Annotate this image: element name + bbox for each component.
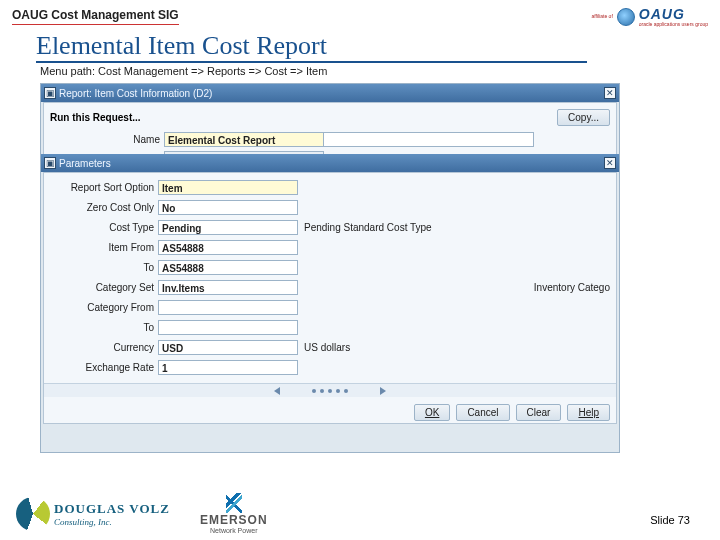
douglas-volz-logo: DOUGLAS VOLZ Consulting, Inc.	[16, 497, 170, 531]
zero-field[interactable]: No	[158, 200, 298, 215]
currency-label: Currency	[44, 342, 154, 353]
catfrom-field[interactable]	[158, 300, 298, 315]
close-icon[interactable]: ✕	[604, 87, 616, 99]
sort-field[interactable]: Item	[158, 180, 298, 195]
window1-titlebar: ▣ Report: Item Cost Information (D2) ✕	[41, 84, 619, 102]
window1-title: Report: Item Cost Information (D2)	[59, 88, 212, 99]
sort-label: Report Sort Option	[44, 182, 154, 193]
clear-button[interactable]: Clear	[516, 404, 562, 421]
window2-title: Parameters	[59, 158, 111, 169]
oaug-logo-sub: oracle applications users group	[639, 22, 708, 27]
name-desc-field	[324, 132, 534, 147]
close-icon[interactable]: ✕	[604, 157, 616, 169]
scroll-left-icon[interactable]	[274, 387, 280, 395]
menu-path: Menu path: Cost Management => Reports =>…	[36, 63, 684, 83]
copy-button[interactable]: Copy...	[557, 109, 610, 126]
catset-field[interactable]: Inv.Items	[158, 280, 298, 295]
rate-label: Exchange Rate	[44, 362, 154, 373]
emerson-chevron-icon	[226, 493, 242, 513]
scroll-right-icon[interactable]	[380, 387, 386, 395]
currency-desc: US dollars	[304, 342, 350, 353]
catset-label: Category Set	[44, 282, 154, 293]
footer-logos: DOUGLAS VOLZ Consulting, Inc. EMERSON Ne…	[16, 493, 268, 534]
dv-logo-text: DOUGLAS VOLZ	[54, 501, 170, 517]
header-title: OAUG Cost Management SIG	[12, 8, 179, 25]
itemto-field[interactable]: AS54888	[158, 260, 298, 275]
run-request-label: Run this Request...	[50, 112, 141, 123]
rate-field[interactable]: 1	[158, 360, 298, 375]
window-icon: ▣	[44, 157, 56, 169]
costtype-field[interactable]: Pending	[158, 220, 298, 235]
catset-desc: Inventory Catego	[534, 282, 610, 293]
cancel-button[interactable]: Cancel	[456, 404, 509, 421]
emerson-text: EMERSON	[200, 513, 268, 527]
catfrom-label: Category From	[44, 302, 154, 313]
costtype-desc: Pending Standard Cost Type	[304, 222, 432, 233]
catto-label: To	[44, 322, 154, 333]
name-field[interactable]: Elemental Cost Report	[164, 132, 324, 147]
zero-label: Zero Cost Only	[44, 202, 154, 213]
scroll-indicator[interactable]	[44, 383, 616, 397]
slide-number: Slide 73	[650, 514, 690, 526]
oaug-logo-text: OAUG	[639, 6, 708, 22]
parameters-body: Report Sort Option Item Zero Cost Only N…	[43, 172, 617, 424]
emerson-logo: EMERSON Network Power	[200, 493, 268, 534]
currency-field[interactable]: USD	[158, 340, 298, 355]
itemfrom-label: Item From	[44, 242, 154, 253]
page-title: Elemental Item Cost Report	[36, 31, 587, 63]
itemto-label: To	[44, 262, 154, 273]
itemfrom-field[interactable]: AS54888	[158, 240, 298, 255]
window2-titlebar: ▣ Parameters ✕	[41, 154, 619, 172]
dv-swoosh-icon	[16, 497, 50, 531]
costtype-label: Cost Type	[44, 222, 154, 233]
ok-button[interactable]: OK	[414, 404, 450, 421]
oaug-logo: affiliate of OAUG oracle applications us…	[591, 6, 708, 27]
window-icon: ▣	[44, 87, 56, 99]
dv-logo-sub: Consulting, Inc.	[54, 517, 170, 527]
emerson-sub: Network Power	[210, 527, 257, 534]
oaug-globe-icon	[617, 8, 635, 26]
name-label: Name	[50, 134, 160, 145]
catto-field[interactable]	[158, 320, 298, 335]
help-button[interactable]: Help	[567, 404, 610, 421]
affiliate-text: affiliate of	[591, 14, 612, 19]
screenshot-area: ▣ Report: Item Cost Information (D2) ✕ R…	[40, 83, 620, 453]
